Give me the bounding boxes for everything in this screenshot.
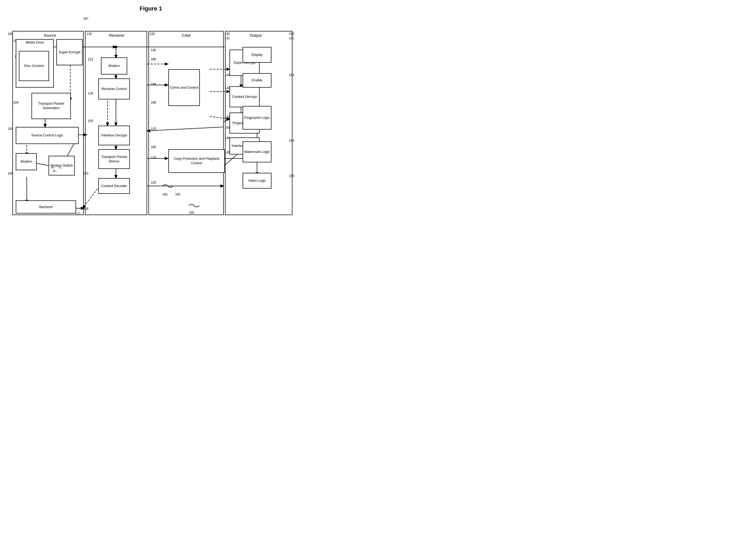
modem-source-box: Modem bbox=[16, 153, 37, 170]
ref-100: 100 bbox=[8, 32, 13, 36]
ref-162: 162 bbox=[289, 73, 294, 77]
figure-title: Figure 1 bbox=[5, 5, 297, 12]
ref-183: 183 bbox=[83, 172, 88, 175]
ref-121: 121 bbox=[88, 57, 93, 61]
enable-box: Enable bbox=[243, 73, 271, 87]
ref-143: 143 bbox=[224, 115, 230, 119]
ref-160: 160 bbox=[289, 32, 294, 36]
ref-144: 144 bbox=[224, 73, 230, 77]
transport-packet-demux-box: Transport Packet Demux bbox=[98, 149, 130, 169]
ref-184: 184 bbox=[151, 82, 156, 86]
ref-185: 185 bbox=[151, 145, 156, 149]
ref-104: 104 bbox=[13, 101, 18, 104]
disc-content-box: Disc Content bbox=[19, 51, 49, 81]
ref-172: 172 bbox=[75, 212, 81, 216]
ref-180: 180 bbox=[151, 57, 156, 61]
ref-165: 165 bbox=[289, 174, 294, 178]
ref-126: 126 bbox=[88, 92, 93, 95]
ref-188: 188 bbox=[151, 101, 156, 104]
ref-140: 140 bbox=[224, 32, 230, 36]
interface-decrypt-box: Interface Decrypt bbox=[98, 126, 130, 145]
ref-187: 187 bbox=[83, 17, 88, 20]
cam-label: CAM bbox=[173, 33, 199, 38]
ref-105: 105 bbox=[88, 119, 93, 123]
svg-rect-2 bbox=[149, 31, 223, 215]
fingerprint-logic-out-box: Fingerprint Logic bbox=[243, 106, 271, 129]
svg-point-7 bbox=[115, 46, 117, 48]
ref-123: 123 bbox=[151, 127, 156, 131]
ref-146: 146 bbox=[224, 136, 230, 140]
ref-141: 141 bbox=[224, 37, 230, 40]
modem-receiver-box: Modem bbox=[101, 57, 127, 75]
receiver-label: Receiver bbox=[102, 33, 131, 38]
receiver-control-box: Receiver Control bbox=[98, 78, 130, 99]
display-box: Display bbox=[243, 47, 271, 63]
ref-145: 145 bbox=[224, 151, 230, 154]
ref-150: 150 bbox=[189, 211, 194, 215]
source-control-logic-box: Source Control Logic bbox=[16, 127, 79, 144]
switch-c: ○C bbox=[58, 166, 62, 169]
ref-130: 130 bbox=[151, 48, 156, 52]
comm-and-control-box: Comm and Control bbox=[168, 69, 200, 106]
video-logic-box: Video Logic bbox=[243, 173, 271, 188]
content-decrypt-box: Content Decrypt bbox=[229, 86, 260, 107]
ref-124: 124 bbox=[151, 156, 156, 159]
ref-110: 110 bbox=[86, 32, 92, 36]
copy-protection-box: Copy Protection and Playback Control bbox=[168, 149, 225, 173]
svg-line-38 bbox=[83, 186, 100, 208]
ref-106: 106 bbox=[8, 172, 13, 175]
ref-109: 109 bbox=[8, 127, 13, 131]
output-label: Output bbox=[243, 33, 269, 38]
watermark-logic-box: Watermark Logic bbox=[243, 141, 271, 162]
svg-line-15 bbox=[147, 127, 223, 131]
ref-186: 186 bbox=[83, 207, 88, 211]
ref-164: 164 bbox=[289, 139, 294, 142]
ref-182: 182 bbox=[175, 193, 180, 196]
source-label: Source bbox=[29, 33, 71, 38]
ref-120: 120 bbox=[149, 32, 155, 36]
ref-142: 142 bbox=[224, 86, 230, 90]
ref-125: 125 bbox=[151, 181, 156, 184]
content-decoder-box: Content Decoder bbox=[98, 178, 130, 194]
diagram: Source Receiver CAM Output 100 107 102 1… bbox=[5, 17, 297, 227]
switch-a: A○ bbox=[51, 166, 55, 169]
backend-box: Backend bbox=[16, 200, 76, 214]
super-encrypt-box: Super Encrypt bbox=[56, 39, 83, 65]
ref-181: 181 bbox=[163, 193, 168, 196]
media-drive-label: Media Drive bbox=[18, 40, 51, 44]
ref-161: 161 bbox=[289, 37, 294, 40]
switch-b: B○ bbox=[53, 169, 57, 173]
transport-packet-gen-box: Transport Packet Generation bbox=[32, 93, 71, 119]
ref-163: 163 bbox=[224, 126, 230, 129]
